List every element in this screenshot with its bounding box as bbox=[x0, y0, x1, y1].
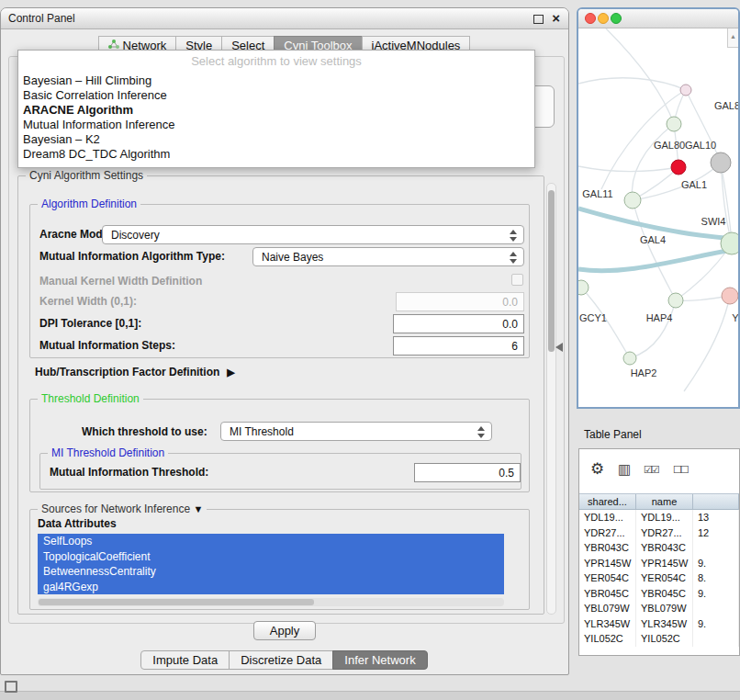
column-header-partial[interactable] bbox=[693, 494, 739, 509]
table-row[interactable]: YBR043CYBR043C bbox=[579, 540, 739, 556]
algorithm-select-popup: Select algorithm to view settings Bayesi… bbox=[17, 50, 535, 168]
network-view-titlebar[interactable] bbox=[578, 9, 738, 28]
table-panel: ⚙ ▥ ☑☑ ☐☐ shared... name YDL19...YDL19..… bbox=[578, 448, 740, 656]
algorithm-option[interactable]: Bayesian – K2 bbox=[21, 132, 532, 147]
tab-discretize-data[interactable]: Discretize Data bbox=[229, 650, 333, 670]
table-header: shared... name bbox=[579, 493, 739, 510]
hub-definition-toggle[interactable]: Hub/Transcription Factor Definition ▶ bbox=[35, 366, 235, 378]
algorithm-option[interactable]: ARACNE Algorithm bbox=[21, 103, 532, 118]
network-node-label: GAL8 bbox=[714, 100, 738, 111]
apply-button[interactable]: Apply bbox=[253, 621, 316, 640]
mi-steps-field[interactable]: 6 bbox=[393, 336, 524, 356]
table-cell: YBR045C bbox=[579, 586, 636, 602]
algorithm-option[interactable]: Dream8 DC_TDC Algorithm bbox=[21, 147, 532, 162]
sources-title: Sources for Network Inference bbox=[41, 502, 190, 515]
network-node[interactable] bbox=[668, 293, 683, 308]
which-threshold-label: Which threshold to use: bbox=[82, 425, 207, 438]
control-panel-titlebar[interactable]: Control Panel × bbox=[1, 8, 568, 29]
table-cell: YDR27... bbox=[579, 525, 636, 541]
network-node[interactable] bbox=[680, 85, 691, 96]
data-attribute-item[interactable]: TopologicalCoefficient bbox=[38, 549, 504, 565]
network-node[interactable] bbox=[578, 280, 589, 295]
algorithm-option[interactable]: Bayesian – Hill Climbing bbox=[21, 73, 532, 88]
network-node[interactable] bbox=[624, 192, 641, 209]
mi-threshold-label: Mutual Information Threshold: bbox=[50, 466, 208, 479]
table-cell: 9. bbox=[693, 616, 739, 632]
network-node-label: GAL10 bbox=[685, 140, 716, 151]
table-row[interactable]: YER054CYER054C8. bbox=[579, 570, 739, 586]
data-attributes-label: Data Attributes bbox=[38, 517, 117, 530]
gear-icon[interactable]: ⚙ bbox=[590, 459, 604, 479]
tab-infer-network[interactable]: Infer Network bbox=[332, 650, 427, 670]
table-row[interactable]: YLR345WYLR345W9. bbox=[579, 616, 739, 632]
columns-icon[interactable]: ▥ bbox=[618, 461, 631, 478]
network-node[interactable] bbox=[623, 352, 636, 365]
table-panel-title: Table Panel bbox=[584, 428, 642, 441]
network-node-label: GAL1 bbox=[681, 179, 707, 190]
table-row[interactable]: YPR145WYPR145W9. bbox=[579, 556, 739, 571]
chevron-down-icon: ▼ bbox=[193, 503, 203, 514]
network-edge bbox=[630, 300, 676, 358]
popup-hint: Select algorithm to view settings bbox=[18, 54, 534, 68]
network-canvas[interactable]: GAL8GAL80GAL10GAL11GAL1SWI4GAL4GCY1HAP4Y… bbox=[578, 28, 738, 408]
kernel-width-label: Kernel Width (0,1): bbox=[39, 295, 137, 308]
data-attributes-list[interactable]: SelfLoopsTopologicalCoefficientBetweenne… bbox=[38, 534, 504, 594]
minimized-panel-icon[interactable] bbox=[5, 681, 17, 693]
table-cell: YER054C bbox=[579, 570, 636, 586]
scroll-up-icon[interactable]: ▲ bbox=[727, 28, 738, 48]
network-node[interactable] bbox=[671, 160, 686, 175]
table-cell: YBL079W bbox=[579, 601, 636, 616]
deselect-all-columns-icon[interactable]: ☐☐ bbox=[673, 464, 688, 476]
horizontal-scrollbar[interactable] bbox=[38, 598, 504, 606]
network-edge bbox=[606, 28, 674, 124]
table-row[interactable]: YBL079WYBL079W bbox=[579, 601, 739, 616]
network-node[interactable] bbox=[711, 152, 731, 173]
network-node-label: HAP2 bbox=[631, 367, 657, 378]
sources-toggle[interactable]: Sources for Network Inference ▼ bbox=[38, 502, 207, 515]
table-cell: YLR345W bbox=[636, 616, 693, 632]
mi-type-select[interactable]: Naive Bayes bbox=[252, 247, 524, 266]
network-node[interactable] bbox=[722, 288, 738, 304]
zoom-traffic-light[interactable] bbox=[611, 13, 622, 24]
table-row[interactable]: YDR27...YDR27...12 bbox=[579, 525, 739, 541]
data-attribute-item[interactable]: gal4RGexp bbox=[38, 580, 504, 595]
stepper-icon bbox=[510, 230, 518, 242]
network-node[interactable] bbox=[721, 232, 738, 254]
column-header-shared-name[interactable]: shared... bbox=[579, 494, 636, 509]
data-attribute-item[interactable]: SelfLoops bbox=[38, 534, 504, 549]
network-edge bbox=[721, 163, 732, 243]
table-cell: YDR27... bbox=[636, 525, 693, 541]
mi-type-value: Naive Bayes bbox=[262, 251, 323, 264]
stepper-icon bbox=[510, 252, 518, 264]
which-threshold-select[interactable]: MI Threshold bbox=[220, 422, 492, 441]
group-title: Algorithm Definition bbox=[38, 198, 140, 210]
algorithm-option[interactable]: Mutual Information Inference bbox=[21, 118, 532, 132]
scrollbar-thumb[interactable] bbox=[548, 190, 555, 352]
float-window-icon[interactable] bbox=[533, 15, 544, 24]
column-header-name[interactable]: name bbox=[636, 494, 693, 509]
table-row[interactable]: YDL19...YDL19...13 bbox=[579, 510, 739, 525]
vertical-scrollbar[interactable] bbox=[546, 183, 556, 615]
scrollbar-thumb[interactable] bbox=[39, 599, 314, 605]
algorithm-option[interactable]: Basic Correlation Inference bbox=[21, 88, 532, 103]
close-icon[interactable]: × bbox=[552, 10, 560, 27]
group-title: MI Threshold Definition bbox=[48, 446, 168, 459]
minimize-traffic-light[interactable] bbox=[598, 13, 609, 24]
network-node-label: GAL4 bbox=[640, 234, 666, 245]
aracne-mode-select[interactable]: Discovery bbox=[102, 225, 524, 244]
dpi-tolerance-field[interactable]: 0.0 bbox=[393, 314, 524, 333]
network-node[interactable] bbox=[667, 117, 681, 131]
panel-collapse-arrow-icon[interactable] bbox=[555, 343, 563, 352]
table-cell: YBR043C bbox=[579, 540, 636, 556]
close-traffic-light[interactable] bbox=[585, 13, 596, 24]
sources-group: Sources for Network Inference ▼ Data Att… bbox=[29, 509, 530, 610]
manual-kernel-checkbox bbox=[511, 274, 523, 286]
mi-threshold-field[interactable]: 0.5 bbox=[414, 463, 521, 482]
table-row[interactable]: YIL052CYIL052C bbox=[579, 631, 739, 647]
network-node-label: SWI4 bbox=[701, 216, 726, 227]
tab-impute-data[interactable]: Impute Data bbox=[140, 650, 230, 670]
table-cell: YIL052C bbox=[579, 631, 636, 647]
table-row[interactable]: YBR045CYBR045C9. bbox=[579, 586, 739, 602]
select-all-columns-icon[interactable]: ☑☑ bbox=[644, 464, 658, 476]
data-attribute-item[interactable]: BetweennessCentrality bbox=[38, 564, 504, 580]
